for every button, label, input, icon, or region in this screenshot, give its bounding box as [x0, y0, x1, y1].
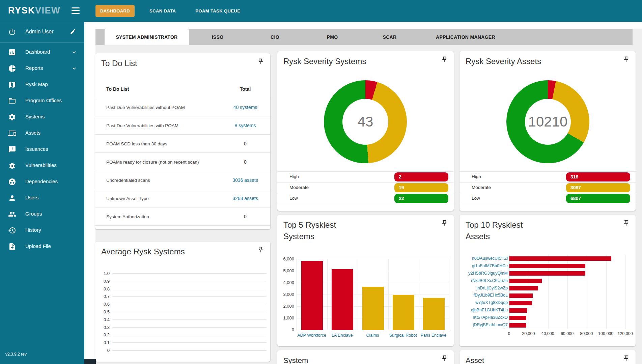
gridline: [112, 335, 267, 335]
sidebar-item-dependencies[interactable]: Dependencies: [0, 174, 84, 190]
legend-label: Moderate: [472, 185, 491, 190]
x-tick-label: 40,000: [541, 331, 554, 336]
average-systems-card: Average Rysk Systems 1.00.90.80.70.60.50…: [95, 242, 270, 362]
asset-label-link[interactable]: n0OAuswecUiCTZl: [459, 255, 508, 262]
bar-column: [358, 259, 388, 330]
bar-row: [509, 255, 625, 262]
sidebar-item-groups[interactable]: Groups: [0, 206, 84, 222]
todo-row-total: 0: [221, 141, 270, 146]
hamburger-menu-icon[interactable]: [72, 7, 80, 14]
tab-scar[interactable]: SCAR: [361, 29, 418, 45]
asset-label-link[interactable]: lKt57ApHa3uZcxO: [459, 314, 508, 321]
pin-icon[interactable]: [441, 220, 448, 228]
y-tick-label: 0.3: [96, 325, 110, 330]
sidebar-item-assets[interactable]: Assets: [0, 125, 84, 141]
sidebar-item-label: Systems: [25, 114, 45, 119]
user-row: Admin User: [0, 22, 84, 43]
bar-row: [509, 314, 625, 321]
bar-column: [388, 259, 419, 330]
sidebar-item-reports[interactable]: Reports: [0, 60, 84, 77]
legend-label: High: [289, 174, 299, 179]
y-tick-label: 1,000: [274, 315, 294, 320]
todo-row-label: POAM SCD less than 30 days: [106, 141, 167, 146]
bar-row: [509, 270, 625, 277]
todo-row: POAM SCD less than 30 days0: [95, 134, 270, 152]
asset-label-link[interactable]: jDRyjBEzthLmxQ7: [459, 321, 508, 329]
tab-system-administrator[interactable]: SYSTEM ADMINISTRATOR: [105, 29, 189, 45]
power-icon[interactable]: [8, 28, 16, 37]
sidebar-item-label: Vulnerabilities: [25, 162, 57, 168]
role-tabstrip: SYSTEM ADMINISTRATORISSOCIOPMOSCARAPPLIC…: [95, 29, 633, 45]
bar-qjbBnF1GUhKT4Lu: [509, 308, 527, 313]
todo-row-label: Unknown Asset Type: [106, 196, 149, 201]
todo-row-total-link[interactable]: 8 systems: [221, 123, 270, 128]
severity-systems-legend: High2Moderate19Low22: [277, 171, 454, 204]
asset-label-link[interactable]: jhDrLijCylS2wZp: [459, 284, 508, 292]
severity-assets-card: Rysk Severity Assets 10210 High316Modera…: [459, 51, 636, 211]
todo-table: To Do ListTotalPast Due Vulnerabilities …: [95, 80, 270, 226]
bar-lKt57ApHa3uZcxO: [509, 316, 526, 320]
sidebar-item-systems[interactable]: Systems: [0, 109, 84, 125]
sidebar-item-label: History: [25, 227, 41, 233]
average-plot-area: [112, 273, 267, 350]
category-label-link[interactable]: Surgical Robot: [388, 333, 418, 338]
y-tick-label: 0.6: [96, 302, 110, 307]
asset-label-link[interactable]: rNkJS0LXcC6UuZ5: [459, 277, 508, 284]
main-content: SYSTEM ADMINISTRATORISSOCIOPMOSCARAPPLIC…: [84, 22, 642, 364]
sidebar-item-program-offices[interactable]: Program Offices: [0, 93, 84, 109]
edit-pencil-icon[interactable]: [70, 28, 76, 36]
sidebar-item-issuances[interactable]: Issuances: [0, 141, 84, 158]
asset-label-link[interactable]: gi1uFnIM7Bb0HCe: [459, 262, 508, 270]
legend-value-badge: 22: [394, 194, 448, 203]
bar-jhDrLijCylS2wZp: [509, 286, 538, 290]
tab-isso[interactable]: ISSO: [189, 29, 246, 45]
sidebar-item-upload-file[interactable]: Upload File: [0, 239, 84, 255]
sidebar: Admin User DashboardReportsRysk MapProgr…: [0, 22, 84, 364]
sidebar-item-label: Groups: [25, 211, 42, 217]
top10-category-labels: n0OAuswecUiCTZlgi1uFnIM7Bb0HCey2HSbRG3ig…: [459, 255, 508, 329]
tab-cio[interactable]: CIO: [246, 29, 304, 45]
y-tick-label: 4,000: [274, 280, 294, 285]
corner-block: [84, 359, 96, 364]
chat-alert-icon: [8, 145, 16, 155]
tab-pmo[interactable]: PMO: [304, 29, 361, 45]
sidebar-item-vulnerabilities[interactable]: Vulnerabilities: [0, 158, 84, 174]
map-icon: [8, 81, 16, 90]
category-label-link[interactable]: Claims: [357, 333, 388, 338]
asset-label-link[interactable]: fDyJl1b9EHc5BoL: [459, 292, 508, 299]
sidebar-item-users[interactable]: Users: [0, 190, 84, 206]
pin-icon[interactable]: [623, 56, 630, 64]
topnav-item-dashboard[interactable]: DASHBOARD: [95, 5, 135, 17]
pin-icon[interactable]: [623, 220, 630, 228]
topnav-item-scan-data[interactable]: SCAN DATA: [145, 5, 180, 17]
pin-icon[interactable]: [257, 246, 264, 254]
pin-icon[interactable]: [441, 56, 448, 64]
asset-label-link[interactable]: w7jtuXTg83Dqop: [459, 299, 508, 306]
legend-label: High: [472, 174, 481, 179]
category-label-link[interactable]: Paris Enclave: [418, 333, 449, 338]
category-label-link[interactable]: ADP Workforce: [297, 333, 327, 338]
todo-row-total-link[interactable]: 40 systems: [221, 105, 270, 110]
pin-icon[interactable]: [623, 355, 630, 363]
asset-label-link[interactable]: y2HSbRG3iguyQmM: [459, 270, 508, 277]
pin-icon[interactable]: [441, 355, 448, 363]
legend-value-badge: 2: [394, 172, 448, 181]
sidebar-item-history[interactable]: History: [0, 222, 84, 239]
legend-row-low: Low6807: [459, 193, 636, 204]
x-tick-label: 120,000: [617, 331, 633, 336]
asset-label-link[interactable]: qjbBnF1GUhKT4Lu: [459, 306, 508, 314]
top5-plot-area: [297, 259, 449, 330]
bar-row: [509, 262, 625, 270]
todo-row-total-link[interactable]: 3036 assets: [221, 177, 270, 183]
sidebar-item-dashboard[interactable]: Dashboard: [0, 44, 84, 60]
chevron-down-icon: [71, 49, 78, 57]
topnav-item-poam-task-queue[interactable]: POAM TASK QUEUE: [191, 5, 245, 17]
bar-column: [327, 259, 358, 330]
todo-row-total-link[interactable]: 3263 assets: [221, 196, 270, 201]
bar-rNkJS0LXcC6UuZ5: [509, 279, 542, 283]
sidebar-item-rysk-map[interactable]: Rysk Map: [0, 77, 84, 93]
category-label-link[interactable]: LA Enclave: [327, 333, 357, 338]
pin-icon[interactable]: [257, 58, 264, 66]
tab-application-manager[interactable]: APPLICATION MANAGER: [418, 29, 513, 45]
system-card: System: [277, 350, 454, 364]
